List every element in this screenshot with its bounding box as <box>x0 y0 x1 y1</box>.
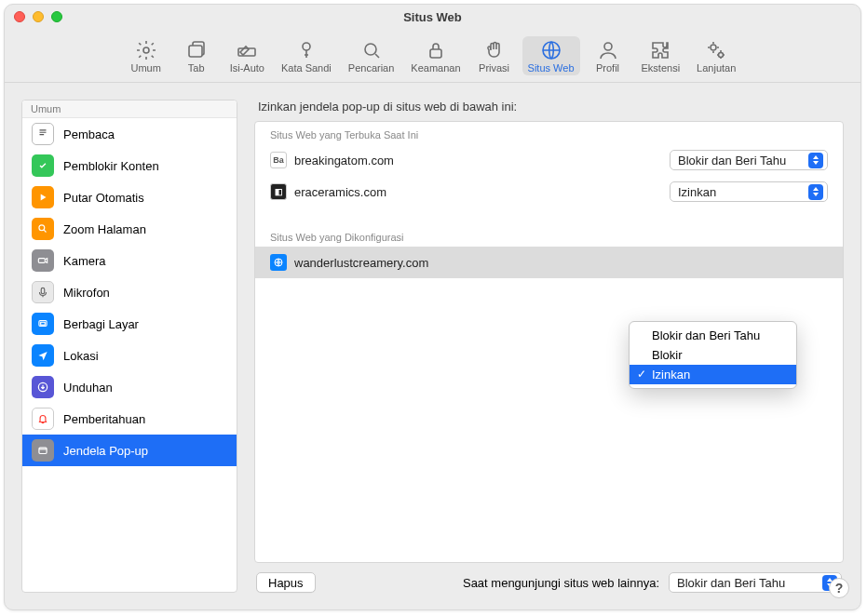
tabs-icon <box>185 39 208 61</box>
site-row[interactable]: wanderlustcreamery.com Izinkan <box>255 247 843 278</box>
other-sites-label: Saat mengunjungi situs web lainnya: <box>463 576 659 590</box>
key-icon <box>295 39 318 61</box>
main-heading: Izinkan jendela pop-up di situs web di b… <box>254 100 844 121</box>
menu-option[interactable]: Blokir <box>630 345 796 365</box>
site-policy-value: Izinkan <box>678 185 716 199</box>
settings-sidebar: Umum Pembaca Pemblokir Konten Putar Otom… <box>21 100 237 593</box>
sidebar-item-autoplay[interactable]: Putar Otomatis <box>22 181 237 213</box>
location-icon <box>32 344 54 367</box>
shield-check-icon <box>32 154 54 177</box>
sidebar-item-reader[interactable]: Pembaca <box>22 118 237 150</box>
site-row[interactable]: ◧ eraceramics.com Izinkan <box>255 176 843 208</box>
person-icon <box>597 39 619 61</box>
gear-icon <box>135 39 157 61</box>
favicon-icon: Ba <box>270 152 287 168</box>
site-hostname: eraceramics.com <box>294 185 670 199</box>
site-policy-select[interactable]: Blokir dan Beri Tahu <box>670 150 828 170</box>
popup-window-icon <box>32 439 54 462</box>
site-row[interactable]: Ba breakingatom.com Blokir dan Beri Tahu <box>255 144 843 176</box>
svg-rect-11 <box>38 259 45 263</box>
sidebar-item-screenshare[interactable]: Berbagi Layar <box>22 308 237 340</box>
window-title: Situs Web <box>5 10 860 24</box>
gears-icon <box>705 39 727 61</box>
svg-point-9 <box>719 52 724 57</box>
footer-bar: Hapus Saat mengunjungi situs web lainnya… <box>254 563 844 593</box>
bell-icon <box>32 408 54 430</box>
toolbar-general[interactable]: Umum <box>124 36 169 75</box>
svg-rect-16 <box>39 448 47 453</box>
content-area: Umum Pembaca Pemblokir Konten Putar Otom… <box>5 83 860 609</box>
favicon-icon: ◧ <box>270 183 287 200</box>
sidebar-item-pagezoom[interactable]: Zoom Halaman <box>22 213 237 245</box>
microphone-icon <box>32 281 54 303</box>
sidebar-section-label: Umum <box>22 100 237 118</box>
site-hostname: breakingatom.com <box>294 154 670 167</box>
svg-rect-5 <box>430 49 441 58</box>
sidebar-item-camera[interactable]: Kamera <box>22 245 237 276</box>
favicon-icon <box>270 254 287 271</box>
puzzle-icon <box>649 39 671 61</box>
sidebar-item-location[interactable]: Lokasi <box>22 340 237 371</box>
sidebar-item-contentblocker[interactable]: Pemblokir Konten <box>22 150 237 181</box>
other-sites-value: Blokir dan Beri Tahu <box>677 576 785 590</box>
open-sites-label: Situs Web yang Terbuka Saat Ini <box>255 122 843 144</box>
preferences-toolbar: Umum Tab Isi-Auto Kata Sandi <box>5 29 860 83</box>
toolbar-websites[interactable]: Situs Web <box>522 36 580 75</box>
globe-icon <box>540 39 562 61</box>
hand-icon <box>483 39 506 61</box>
search-icon <box>360 39 383 61</box>
toolbar-security[interactable]: Keamanan <box>405 36 466 75</box>
play-icon <box>32 186 54 208</box>
sidebar-item-downloads[interactable]: Unduhan <box>22 371 237 403</box>
svg-rect-14 <box>41 322 46 325</box>
svg-point-7 <box>604 43 612 50</box>
remove-button[interactable]: Hapus <box>256 572 316 593</box>
toolbar-passwords[interactable]: Kata Sandi <box>276 36 337 75</box>
svg-point-10 <box>39 225 45 231</box>
screen-icon <box>32 313 54 335</box>
reader-icon <box>32 123 54 145</box>
titlebar: Situs Web <box>5 5 860 29</box>
svg-point-4 <box>365 44 376 55</box>
toolbar-advanced[interactable]: Lanjutan <box>691 36 741 75</box>
zoom-icon <box>32 218 54 240</box>
sidebar-item-popups[interactable]: Jendela Pop-up <box>22 435 237 466</box>
svg-point-0 <box>143 47 149 53</box>
lock-icon <box>425 39 447 61</box>
updown-arrows-icon <box>808 184 823 200</box>
pencil-box-icon <box>236 39 258 61</box>
preferences-window: Situs Web Umum Tab Isi-Auto <box>4 4 861 610</box>
site-hostname: wanderlustcreamery.com <box>294 256 670 270</box>
configured-sites-label: Situs Web yang Dikonfigurasi <box>255 224 843 247</box>
help-button[interactable]: ? <box>829 578 849 598</box>
updown-arrows-icon <box>808 153 823 168</box>
policy-dropdown-menu[interactable]: Blokir dan Beri Tahu Blokir Izinkan <box>629 321 797 389</box>
toolbar-extensions[interactable]: Ekstensi <box>636 36 686 75</box>
other-sites-select[interactable]: Blokir dan Beri Tahu <box>669 572 842 593</box>
toolbar-privacy[interactable]: Privasi <box>472 36 517 75</box>
download-icon <box>32 376 54 398</box>
sidebar-item-microphone[interactable]: Mikrofon <box>22 276 237 308</box>
sidebar-item-notifications[interactable]: Pemberitahuan <box>22 403 237 435</box>
toolbar-search[interactable]: Pencarian <box>343 36 400 75</box>
sidebar-items[interactable]: Pembaca Pemblokir Konten Putar Otomatis … <box>22 118 237 592</box>
site-policy-select[interactable]: Izinkan <box>670 181 828 202</box>
site-policy-value: Blokir dan Beri Tahu <box>678 154 786 167</box>
menu-option[interactable]: Blokir dan Beri Tahu <box>630 326 796 345</box>
menu-option[interactable]: Izinkan <box>630 365 796 384</box>
svg-rect-1 <box>189 46 202 57</box>
svg-point-3 <box>303 43 310 50</box>
question-icon: ? <box>835 581 844 596</box>
svg-point-8 <box>711 45 716 50</box>
svg-rect-12 <box>41 288 45 293</box>
camera-icon <box>32 249 54 272</box>
toolbar-autofill[interactable]: Isi-Auto <box>224 36 270 75</box>
toolbar-profiles[interactable]: Profil <box>586 36 630 75</box>
toolbar-tabs[interactable]: Tab <box>174 36 219 75</box>
